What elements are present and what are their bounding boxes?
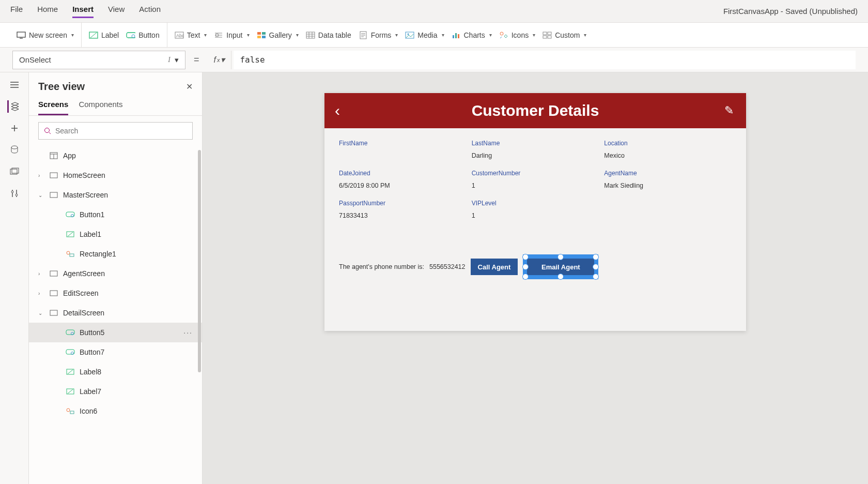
insert-icon[interactable] — [8, 122, 21, 134]
label-node-icon — [65, 387, 75, 396]
insert-button-button[interactable]: Button — [126, 31, 159, 40]
resize-handle[interactable] — [557, 254, 564, 260]
agent-phone-label: The agent's phone number is: — [339, 263, 424, 270]
new-screen-button[interactable]: New screen ▾ — [17, 31, 74, 40]
chevron-right-icon: › — [38, 291, 44, 296]
media-rail-icon[interactable] — [8, 165, 21, 178]
selected-control[interactable]: Email Agent — [523, 254, 598, 279]
canvas-screen[interactable]: ‹ Customer Details ✎ FirstName LastName … — [324, 93, 746, 331]
chart-icon — [452, 31, 461, 40]
tree-node-label1[interactable]: Label1 — [29, 224, 202, 244]
edit-icon[interactable]: ✎ — [724, 104, 734, 117]
svg-point-26 — [408, 33, 409, 35]
tree-node-masterscreen[interactable]: ⌄ MasterScreen — [29, 185, 202, 205]
tree-node-button7[interactable]: Button7 — [29, 342, 202, 362]
resize-handle[interactable] — [593, 264, 599, 270]
table-icon — [306, 31, 315, 40]
screen-node-icon — [49, 190, 59, 200]
svg-rect-32 — [548, 32, 551, 35]
call-agent-button[interactable]: Call Agent — [471, 259, 518, 275]
svg-point-30 — [500, 32, 503, 35]
input-dropdown[interactable]: Input▾ — [214, 31, 249, 40]
resize-handle[interactable] — [522, 264, 529, 270]
resize-handle[interactable] — [522, 274, 529, 280]
chevron-down-icon: ▾ — [221, 55, 225, 65]
tree-node-app[interactable]: App — [29, 146, 202, 165]
insert-button-text: Button — [138, 31, 159, 39]
value-datejoined: 6/5/2019 8:00 PM — [339, 182, 467, 194]
label-lastname: LastName — [472, 138, 599, 149]
media-dropdown[interactable]: Media▾ — [405, 31, 444, 40]
charts-dropdown[interactable]: Charts▾ — [452, 31, 492, 40]
svg-rect-15 — [262, 36, 266, 38]
button-node-icon — [65, 210, 75, 219]
property-name: OnSelect — [19, 55, 51, 64]
gallery-dropdown[interactable]: Gallery▾ — [257, 31, 299, 40]
icons-icon — [499, 31, 508, 40]
button-node-icon — [65, 328, 75, 337]
value-custnum: 1 — [472, 182, 599, 194]
resize-handle[interactable] — [593, 254, 599, 260]
label-icon — [89, 31, 98, 40]
menu-action[interactable]: Action — [139, 5, 161, 18]
svg-rect-13 — [262, 32, 266, 35]
chevron-right-icon: › — [38, 271, 44, 277]
forms-dropdown[interactable]: Forms▾ — [359, 31, 398, 40]
insert-label-button[interactable]: Label — [89, 31, 119, 40]
chevron-right-icon: › — [38, 173, 44, 178]
icons-dropdown[interactable]: Icons▾ — [499, 31, 535, 40]
svg-rect-28 — [455, 33, 457, 38]
email-agent-button[interactable]: Email Agent — [527, 259, 594, 275]
tree-node-editscreen[interactable]: › EditScreen — [29, 283, 202, 303]
svg-rect-64 — [50, 291, 57, 296]
svg-line-3 — [90, 33, 97, 38]
svg-line-60 — [68, 232, 73, 236]
resize-handle[interactable] — [593, 274, 599, 280]
custom-icon — [542, 31, 552, 40]
resize-handle[interactable] — [557, 274, 564, 280]
tree-node-agentscreen[interactable]: › AgentScreen — [29, 264, 202, 283]
tree-search-input[interactable] — [55, 127, 187, 135]
menu-file[interactable]: File — [10, 5, 23, 18]
tree-search-box[interactable] — [38, 122, 193, 140]
data-icon[interactable] — [8, 144, 21, 156]
chevron-down-icon: ▾ — [442, 32, 444, 38]
screen-header: ‹ Customer Details ✎ — [324, 93, 746, 128]
chevron-down-icon: ▾ — [395, 32, 398, 38]
back-icon[interactable]: ‹ — [335, 102, 340, 119]
tree-node-label8[interactable]: Label8 — [29, 362, 202, 382]
tree-node-homescreen[interactable]: › HomeScreen — [29, 165, 202, 185]
custom-dropdown[interactable]: Custom▾ — [542, 31, 586, 40]
hamburger-icon[interactable] — [8, 79, 21, 91]
gallery-icon — [257, 31, 266, 40]
chevron-down-icon: ▾ — [204, 32, 207, 38]
datatable-button[interactable]: Data table — [306, 31, 351, 40]
screen-icon — [17, 31, 26, 40]
text-dropdown[interactable]: Abc Text▾ — [175, 31, 207, 40]
property-selector[interactable]: OnSelect I▾ — [12, 51, 185, 69]
close-icon[interactable]: ✕ — [186, 82, 193, 92]
svg-rect-14 — [257, 36, 261, 38]
tab-components[interactable]: Components — [79, 97, 122, 115]
formula-input[interactable] — [234, 51, 856, 69]
chevron-down-icon: ▾ — [71, 32, 74, 38]
tools-icon[interactable] — [8, 187, 21, 200]
tree-view-icon[interactable] — [7, 100, 20, 113]
svg-rect-0 — [17, 32, 25, 37]
scrollbar[interactable] — [198, 150, 201, 372]
menu-view[interactable]: View — [108, 5, 125, 18]
tree-node-icon6[interactable]: Icon6 — [29, 401, 202, 421]
chevron-down-icon: ▾ — [175, 55, 179, 65]
fx-label[interactable]: fx ▾ — [208, 51, 232, 69]
tree-node-rectangle1[interactable]: Rectangle1 — [29, 244, 202, 264]
menu-insert[interactable]: Insert — [72, 5, 94, 18]
tree-node-button5[interactable]: Button5 ··· — [29, 323, 202, 342]
tree-node-button1[interactable]: Button1 — [29, 205, 202, 224]
tree-node-detailscreen[interactable]: ⌄ DetailScreen — [29, 303, 202, 323]
app-icon — [49, 151, 59, 160]
tab-screens[interactable]: Screens — [38, 97, 68, 115]
more-icon[interactable]: ··· — [183, 328, 193, 337]
svg-point-48 — [11, 191, 13, 193]
tree-node-label7[interactable]: Label7 — [29, 382, 202, 401]
menu-home[interactable]: Home — [37, 5, 58, 18]
